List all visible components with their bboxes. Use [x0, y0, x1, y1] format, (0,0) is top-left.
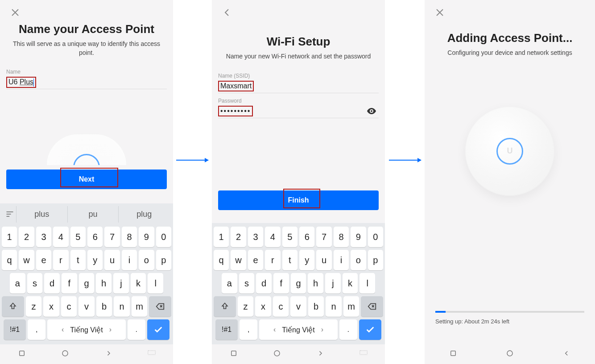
key-j[interactable]: j [113, 273, 129, 294]
key-m[interactable]: m [343, 296, 359, 317]
key-y[interactable]: y [299, 250, 314, 270]
key-d[interactable]: d [44, 273, 60, 294]
finish-button[interactable]: Finish [218, 190, 379, 210]
key-q[interactable]: q [214, 250, 229, 270]
key-j[interactable]: j [325, 273, 341, 294]
enter-key[interactable] [359, 319, 381, 340]
name-input[interactable]: U6 Plus [6, 76, 167, 89]
key-z[interactable]: z [26, 296, 42, 317]
key-u[interactable]: u [104, 250, 120, 270]
key-0[interactable]: 0 [156, 227, 171, 247]
key-t[interactable]: t [282, 250, 298, 270]
period-key[interactable]: . [128, 319, 145, 340]
nav-back-icon[interactable] [316, 349, 324, 359]
nav-back-icon[interactable] [562, 349, 570, 359]
nav-recent-icon[interactable] [18, 349, 26, 359]
nav-back-icon[interactable] [104, 349, 112, 359]
key-7[interactable]: 7 [104, 227, 120, 247]
key-2[interactable]: 2 [19, 227, 34, 247]
key-n[interactable]: n [114, 296, 130, 317]
key-h[interactable]: h [308, 273, 323, 294]
key-n[interactable]: n [326, 296, 342, 317]
key-s[interactable]: s [239, 273, 255, 294]
key-i[interactable]: i [122, 250, 137, 270]
key-7[interactable]: 7 [316, 227, 331, 247]
key-w[interactable]: w [19, 250, 34, 270]
key-6[interactable]: 6 [299, 227, 314, 247]
key-1[interactable]: 1 [214, 227, 229, 247]
key-c[interactable]: c [61, 296, 77, 317]
back-icon[interactable] [222, 7, 232, 18]
key-6[interactable]: 6 [87, 227, 103, 247]
key-e[interactable]: e [248, 250, 263, 270]
close-icon[interactable] [10, 7, 21, 18]
key-p[interactable]: p [368, 250, 383, 270]
key-o[interactable]: o [139, 250, 154, 270]
next-button[interactable]: Next [6, 170, 167, 189]
key-0[interactable]: 0 [368, 227, 383, 247]
key-4[interactable]: 4 [53, 227, 68, 247]
key-f[interactable]: f [62, 273, 77, 294]
symbols-key[interactable]: !#1 [4, 319, 26, 340]
key-a[interactable]: a [222, 273, 237, 294]
key-a[interactable]: a [10, 273, 25, 294]
key-w[interactable]: w [231, 250, 246, 270]
key-r[interactable]: r [53, 250, 68, 270]
key-4[interactable]: 4 [265, 227, 280, 247]
backspace-key[interactable] [149, 296, 171, 317]
space-key[interactable]: ‹ Tiếng Việt › [259, 319, 338, 340]
key-q[interactable]: q [2, 250, 17, 270]
backspace-key[interactable] [361, 296, 383, 317]
key-s[interactable]: s [27, 273, 43, 294]
key-g[interactable]: g [291, 273, 306, 294]
suggestion-2[interactable]: pu [67, 206, 119, 223]
key-5[interactable]: 5 [282, 227, 298, 247]
key-9[interactable]: 9 [139, 227, 154, 247]
nav-keyboard-icon[interactable] [359, 350, 368, 358]
key-8[interactable]: 8 [334, 227, 349, 247]
key-z[interactable]: z [238, 296, 254, 317]
key-k[interactable]: k [343, 273, 358, 294]
key-i[interactable]: i [334, 250, 349, 270]
key-o[interactable]: o [351, 250, 366, 270]
key-h[interactable]: h [96, 273, 112, 294]
key-e[interactable]: e [36, 250, 51, 270]
suggestion-menu-icon[interactable] [4, 210, 16, 219]
key-l[interactable]: l [359, 273, 375, 294]
key-3[interactable]: 3 [248, 227, 263, 247]
key-8[interactable]: 8 [122, 227, 137, 247]
key-x[interactable]: x [255, 296, 271, 317]
password-input[interactable]: ••••••••• [218, 105, 379, 118]
comma-key[interactable]: , [240, 319, 257, 340]
ssid-input[interactable]: Maxsmart [218, 80, 379, 93]
key-b[interactable]: b [96, 296, 112, 317]
key-k[interactable]: k [131, 273, 146, 294]
shift-key[interactable] [2, 296, 24, 317]
close-icon[interactable] [434, 7, 445, 18]
key-f[interactable]: f [273, 273, 289, 294]
key-x[interactable]: x [43, 296, 59, 317]
nav-recent-icon[interactable] [449, 349, 457, 359]
space-key[interactable]: ‹ Tiếng Việt › [47, 319, 126, 340]
enter-key[interactable] [147, 319, 169, 340]
key-t[interactable]: t [70, 250, 86, 270]
key-r[interactable]: r [265, 250, 280, 270]
key-l[interactable]: l [148, 273, 163, 294]
key-1[interactable]: 1 [2, 227, 17, 247]
key-v[interactable]: v [79, 296, 95, 317]
key-9[interactable]: 9 [351, 227, 366, 247]
key-v[interactable]: v [290, 296, 306, 317]
suggestion-1[interactable]: plus [16, 206, 67, 223]
key-5[interactable]: 5 [70, 227, 86, 247]
key-c[interactable]: c [273, 296, 289, 317]
nav-home-icon[interactable] [61, 349, 69, 359]
key-u[interactable]: u [316, 250, 331, 270]
key-b[interactable]: b [308, 296, 324, 317]
key-y[interactable]: y [87, 250, 103, 270]
shift-key[interactable] [214, 296, 236, 317]
period-key[interactable]: . [339, 319, 357, 340]
nav-keyboard-icon[interactable] [148, 350, 156, 358]
nav-home-icon[interactable] [506, 349, 514, 359]
key-m[interactable]: m [132, 296, 148, 317]
comma-key[interactable]: , [28, 319, 45, 340]
